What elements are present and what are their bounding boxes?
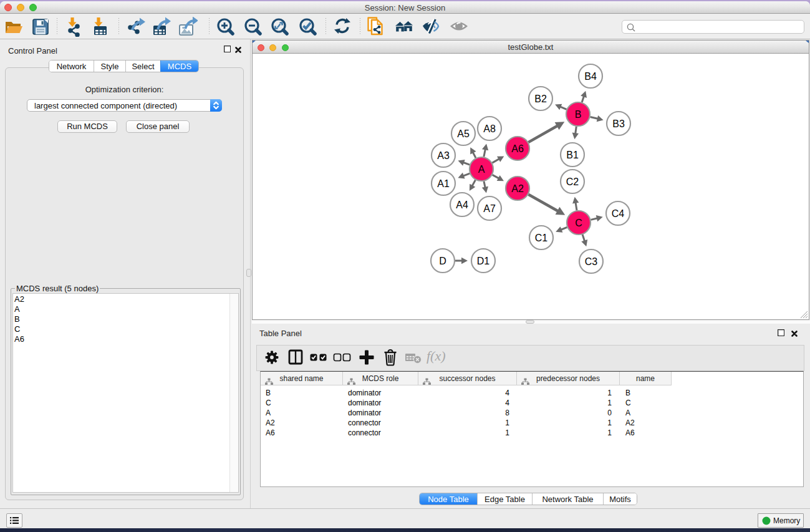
svg-text:C1: C1 bbox=[535, 233, 548, 243]
svg-text:A2: A2 bbox=[511, 183, 524, 194]
svg-text:A5: A5 bbox=[457, 128, 470, 139]
svg-text:A7: A7 bbox=[483, 203, 496, 214]
svg-text:B4: B4 bbox=[584, 71, 597, 82]
svg-text:B: B bbox=[575, 109, 582, 120]
svg-text:A1: A1 bbox=[437, 178, 450, 189]
svg-text:A6: A6 bbox=[511, 143, 524, 154]
svg-text:B1: B1 bbox=[566, 150, 579, 160]
svg-text:B2: B2 bbox=[534, 94, 547, 104]
svg-text:A4: A4 bbox=[456, 200, 468, 210]
svg-text:C3: C3 bbox=[585, 256, 598, 267]
svg-text:D: D bbox=[439, 256, 446, 266]
svg-text:C2: C2 bbox=[566, 177, 579, 187]
svg-text:C: C bbox=[575, 218, 582, 228]
svg-text:B3: B3 bbox=[612, 118, 625, 129]
svg-text:A3: A3 bbox=[437, 150, 450, 161]
svg-text:A: A bbox=[478, 164, 485, 175]
svg-text:D1: D1 bbox=[477, 256, 490, 266]
svg-text:C4: C4 bbox=[612, 208, 625, 219]
svg-text:A8: A8 bbox=[483, 123, 496, 134]
